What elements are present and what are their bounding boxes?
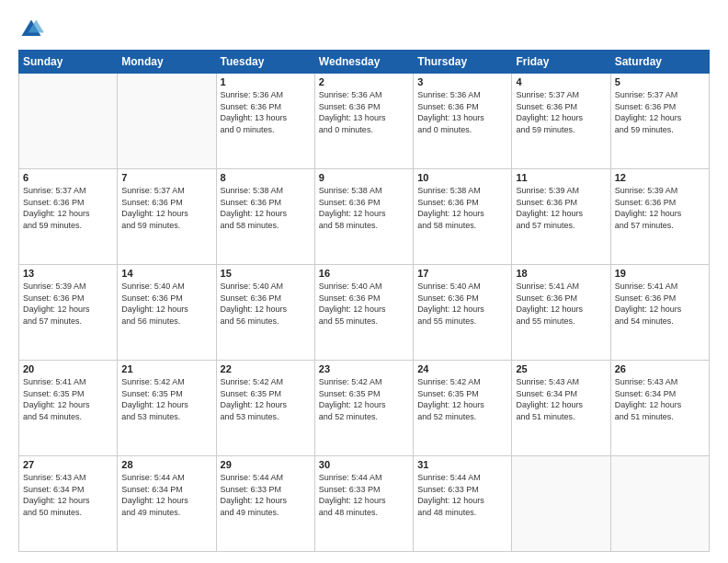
day-info: Sunrise: 5:41 AMSunset: 6:35 PMDaylight:… (23, 376, 113, 422)
logo (18, 17, 48, 42)
day-info: Sunrise: 5:37 AMSunset: 6:36 PMDaylight:… (23, 185, 113, 231)
day-info: Sunrise: 5:38 AMSunset: 6:36 PMDaylight:… (417, 185, 507, 231)
day-number: 26 (615, 363, 705, 374)
day-number: 11 (516, 172, 606, 183)
day-info: Sunrise: 5:42 AMSunset: 6:35 PMDaylight:… (221, 376, 311, 422)
calendar-cell: 25Sunrise: 5:43 AMSunset: 6:34 PMDayligh… (512, 361, 610, 456)
day-info: Sunrise: 5:40 AMSunset: 6:36 PMDaylight:… (417, 281, 507, 327)
day-info: Sunrise: 5:36 AMSunset: 6:36 PMDaylight:… (221, 89, 311, 135)
calendar-cell: 5Sunrise: 5:37 AMSunset: 6:36 PMDaylight… (610, 74, 709, 169)
day-number: 2 (319, 76, 409, 87)
day-number: 1 (221, 76, 311, 87)
day-info: Sunrise: 5:39 AMSunset: 6:36 PMDaylight:… (615, 185, 705, 231)
calendar-cell: 11Sunrise: 5:39 AMSunset: 6:36 PMDayligh… (512, 169, 610, 265)
day-info: Sunrise: 5:40 AMSunset: 6:36 PMDaylight:… (221, 281, 311, 327)
day-number: 16 (319, 268, 409, 279)
calendar-cell: 17Sunrise: 5:40 AMSunset: 6:36 PMDayligh… (414, 265, 512, 361)
day-number: 17 (417, 268, 507, 279)
calendar-cell: 9Sunrise: 5:38 AMSunset: 6:36 PMDaylight… (314, 169, 413, 265)
calendar-cell: 26Sunrise: 5:43 AMSunset: 6:34 PMDayligh… (610, 361, 709, 456)
day-info: Sunrise: 5:39 AMSunset: 6:36 PMDaylight:… (516, 185, 606, 231)
calendar-cell: 14Sunrise: 5:40 AMSunset: 6:36 PMDayligh… (118, 265, 216, 361)
day-info: Sunrise: 5:42 AMSunset: 6:35 PMDaylight:… (417, 376, 507, 422)
day-info: Sunrise: 5:41 AMSunset: 6:36 PMDaylight:… (615, 281, 705, 327)
calendar-cell: 21Sunrise: 5:42 AMSunset: 6:35 PMDayligh… (118, 361, 216, 456)
day-info: Sunrise: 5:37 AMSunset: 6:36 PMDaylight:… (516, 89, 606, 135)
day-info: Sunrise: 5:38 AMSunset: 6:36 PMDaylight:… (319, 185, 409, 231)
day-info: Sunrise: 5:40 AMSunset: 6:36 PMDaylight:… (121, 281, 211, 327)
calendar-cell (118, 74, 216, 169)
calendar-cell: 31Sunrise: 5:44 AMSunset: 6:33 PMDayligh… (414, 456, 512, 552)
calendar-cell: 4Sunrise: 5:37 AMSunset: 6:36 PMDaylight… (512, 74, 610, 169)
calendar-cell: 23Sunrise: 5:42 AMSunset: 6:35 PMDayligh… (314, 361, 413, 456)
day-number: 12 (615, 172, 705, 183)
calendar-cell: 19Sunrise: 5:41 AMSunset: 6:36 PMDayligh… (610, 265, 709, 361)
day-number: 19 (615, 268, 705, 279)
calendar-cell: 2Sunrise: 5:36 AMSunset: 6:36 PMDaylight… (314, 74, 413, 169)
calendar-cell: 8Sunrise: 5:38 AMSunset: 6:36 PMDaylight… (216, 169, 314, 265)
day-info: Sunrise: 5:43 AMSunset: 6:34 PMDaylight:… (23, 472, 113, 518)
day-number: 6 (23, 172, 113, 183)
logo-icon (18, 17, 44, 42)
day-info: Sunrise: 5:39 AMSunset: 6:36 PMDaylight:… (23, 281, 113, 327)
day-info: Sunrise: 5:36 AMSunset: 6:36 PMDaylight:… (417, 89, 507, 135)
day-number: 31 (417, 459, 507, 470)
calendar-cell: 18Sunrise: 5:41 AMSunset: 6:36 PMDayligh… (512, 265, 610, 361)
day-header-thursday: Thursday (414, 51, 512, 74)
day-number: 24 (417, 363, 507, 374)
day-number: 29 (221, 459, 311, 470)
day-info: Sunrise: 5:38 AMSunset: 6:36 PMDaylight:… (221, 185, 311, 231)
day-info: Sunrise: 5:44 AMSunset: 6:33 PMDaylight:… (221, 472, 311, 518)
calendar-cell: 29Sunrise: 5:44 AMSunset: 6:33 PMDayligh… (216, 456, 314, 552)
day-number: 25 (516, 363, 606, 374)
calendar-header: SundayMondayTuesdayWednesdayThursdayFrid… (19, 51, 710, 74)
page: SundayMondayTuesdayWednesdayThursdayFrid… (0, 0, 728, 563)
week-row-3: 13Sunrise: 5:39 AMSunset: 6:36 PMDayligh… (19, 265, 710, 361)
day-number: 18 (516, 268, 606, 279)
day-number: 3 (417, 76, 507, 87)
day-number: 27 (23, 459, 113, 470)
calendar-cell: 7Sunrise: 5:37 AMSunset: 6:36 PMDaylight… (118, 169, 216, 265)
calendar-cell: 10Sunrise: 5:38 AMSunset: 6:36 PMDayligh… (414, 169, 512, 265)
calendar-cell: 16Sunrise: 5:40 AMSunset: 6:36 PMDayligh… (314, 265, 413, 361)
day-info: Sunrise: 5:37 AMSunset: 6:36 PMDaylight:… (121, 185, 211, 231)
day-number: 14 (121, 268, 211, 279)
calendar-cell: 20Sunrise: 5:41 AMSunset: 6:35 PMDayligh… (19, 361, 118, 456)
header-row: SundayMondayTuesdayWednesdayThursdayFrid… (19, 51, 710, 74)
day-info: Sunrise: 5:44 AMSunset: 6:33 PMDaylight:… (417, 472, 507, 518)
calendar-cell: 6Sunrise: 5:37 AMSunset: 6:36 PMDaylight… (19, 169, 118, 265)
day-info: Sunrise: 5:42 AMSunset: 6:35 PMDaylight:… (121, 376, 211, 422)
week-row-5: 27Sunrise: 5:43 AMSunset: 6:34 PMDayligh… (19, 456, 710, 552)
calendar-cell: 24Sunrise: 5:42 AMSunset: 6:35 PMDayligh… (414, 361, 512, 456)
calendar-cell: 12Sunrise: 5:39 AMSunset: 6:36 PMDayligh… (610, 169, 709, 265)
day-info: Sunrise: 5:41 AMSunset: 6:36 PMDaylight:… (516, 281, 606, 327)
calendar-cell: 13Sunrise: 5:39 AMSunset: 6:36 PMDayligh… (19, 265, 118, 361)
day-info: Sunrise: 5:36 AMSunset: 6:36 PMDaylight:… (319, 89, 409, 135)
day-number: 4 (516, 76, 606, 87)
week-row-4: 20Sunrise: 5:41 AMSunset: 6:35 PMDayligh… (19, 361, 710, 456)
day-number: 20 (23, 363, 113, 374)
calendar-cell: 3Sunrise: 5:36 AMSunset: 6:36 PMDaylight… (414, 74, 512, 169)
calendar-cell: 1Sunrise: 5:36 AMSunset: 6:36 PMDaylight… (216, 74, 314, 169)
calendar-cell: 28Sunrise: 5:44 AMSunset: 6:34 PMDayligh… (118, 456, 216, 552)
day-number: 30 (319, 459, 409, 470)
calendar-cell: 27Sunrise: 5:43 AMSunset: 6:34 PMDayligh… (19, 456, 118, 552)
day-number: 9 (319, 172, 409, 183)
day-number: 10 (417, 172, 507, 183)
calendar-cell (512, 456, 610, 552)
day-info: Sunrise: 5:44 AMSunset: 6:33 PMDaylight:… (319, 472, 409, 518)
calendar-cell: 15Sunrise: 5:40 AMSunset: 6:36 PMDayligh… (216, 265, 314, 361)
day-info: Sunrise: 5:43 AMSunset: 6:34 PMDaylight:… (516, 376, 606, 422)
calendar-cell (610, 456, 709, 552)
calendar-cell: 22Sunrise: 5:42 AMSunset: 6:35 PMDayligh… (216, 361, 314, 456)
day-info: Sunrise: 5:40 AMSunset: 6:36 PMDaylight:… (319, 281, 409, 327)
day-number: 22 (221, 363, 311, 374)
day-number: 13 (23, 268, 113, 279)
day-number: 15 (221, 268, 311, 279)
day-header-friday: Friday (512, 51, 610, 74)
day-header-wednesday: Wednesday (314, 51, 413, 74)
calendar-cell (19, 74, 118, 169)
day-info: Sunrise: 5:43 AMSunset: 6:34 PMDaylight:… (615, 376, 705, 422)
calendar: SundayMondayTuesdayWednesdayThursdayFrid… (18, 50, 710, 552)
day-info: Sunrise: 5:42 AMSunset: 6:35 PMDaylight:… (319, 376, 409, 422)
